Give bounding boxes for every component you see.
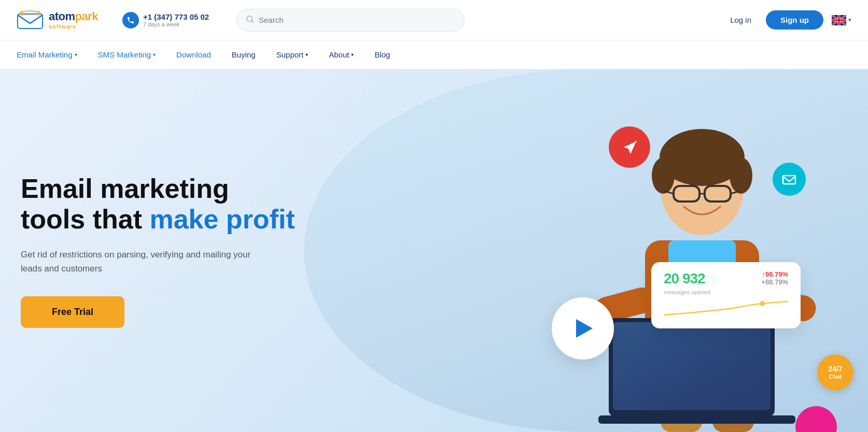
- stats-percent-sub: +88.79%: [761, 278, 788, 286]
- flag-icon: [832, 15, 846, 25]
- hero-right: 20 932 ↑98.79% +88.79% messages opened 2…: [304, 69, 868, 432]
- nav-item-sms-marketing[interactable]: SMS Marketing ▾: [98, 50, 156, 59]
- login-button[interactable]: Log in: [724, 11, 758, 28]
- header: atompark software +1 (347) 773 05 02 7 d…: [0, 0, 868, 40]
- nav-item-buying[interactable]: Buying: [232, 50, 256, 59]
- hero-subtitle: Get rid of restrictions on parsing, veri…: [21, 248, 270, 276]
- phone-info: +1 (347) 773 05 02 7 days a week: [122, 12, 216, 28]
- logo-atom-text: atom: [49, 10, 75, 23]
- nav-chevron-support: ▾: [305, 52, 308, 57]
- nav-item-blog[interactable]: Blog: [374, 50, 390, 59]
- search-input[interactable]: [259, 16, 456, 24]
- svg-rect-22: [613, 322, 771, 410]
- hero-title: Email marketing tools that make profit: [21, 174, 295, 236]
- float-envelope-icon: [773, 163, 806, 196]
- main-nav: Email Marketing ▾ SMS Marketing ▾ Downlo…: [0, 40, 868, 69]
- float-send-icon: [609, 126, 650, 168]
- stats-percent-main: ↑98.79%: [761, 270, 788, 278]
- nav-item-about[interactable]: About ▾: [329, 50, 354, 59]
- search-bar: [236, 9, 465, 32]
- stats-number: 20 932: [664, 270, 705, 287]
- svg-rect-24: [783, 176, 795, 184]
- svg-point-11: [652, 157, 675, 194]
- hero-section: Email marketing tools that make profit G…: [0, 69, 868, 432]
- logo-software-text: software: [49, 23, 98, 30]
- play-triangle-icon: [576, 319, 593, 338]
- nav-item-download[interactable]: Download: [176, 50, 211, 59]
- logo[interactable]: atompark software: [17, 10, 110, 31]
- logo-park-text: park: [75, 10, 98, 23]
- language-selector[interactable]: ▾: [832, 15, 851, 25]
- hero-title-highlight: make profit: [149, 204, 295, 234]
- nav-chevron-about: ▾: [351, 52, 354, 57]
- header-actions: Log in Sign up ▾: [724, 10, 851, 30]
- phone-icon: [122, 12, 139, 28]
- chat-badge-24-7: 24/7: [828, 365, 842, 373]
- svg-rect-0: [18, 14, 43, 28]
- phone-subtitle: 7 days a week: [143, 21, 209, 27]
- hero-content: Email marketing tools that make profit G…: [0, 142, 316, 359]
- logo-icon: [17, 10, 44, 31]
- stats-label: messages opened: [664, 289, 788, 295]
- svg-point-12: [730, 157, 752, 194]
- language-chevron: ▾: [848, 17, 851, 23]
- stats-chart: [664, 299, 788, 318]
- phone-number: +1 (347) 773 05 02: [143, 12, 209, 21]
- play-button[interactable]: [552, 297, 614, 359]
- signup-button[interactable]: Sign up: [766, 10, 823, 30]
- svg-point-1: [20, 12, 23, 16]
- svg-rect-23: [598, 415, 795, 424]
- chat-badge-chat: Chat: [829, 373, 842, 380]
- svg-point-2: [37, 12, 40, 16]
- nav-item-email-marketing[interactable]: Email Marketing ▾: [17, 50, 77, 59]
- svg-point-25: [760, 301, 765, 306]
- nav-chevron-email: ▾: [75, 52, 77, 57]
- nav-item-support[interactable]: Support ▾: [276, 50, 309, 59]
- free-trial-button[interactable]: Free Trial: [21, 296, 124, 328]
- search-icon: [245, 15, 255, 26]
- nav-chevron-sms: ▾: [153, 52, 156, 57]
- chat-badge[interactable]: 24/7 Chat: [817, 354, 853, 391]
- stats-card: 20 932 ↑98.79% +88.79% messages opened: [651, 262, 801, 328]
